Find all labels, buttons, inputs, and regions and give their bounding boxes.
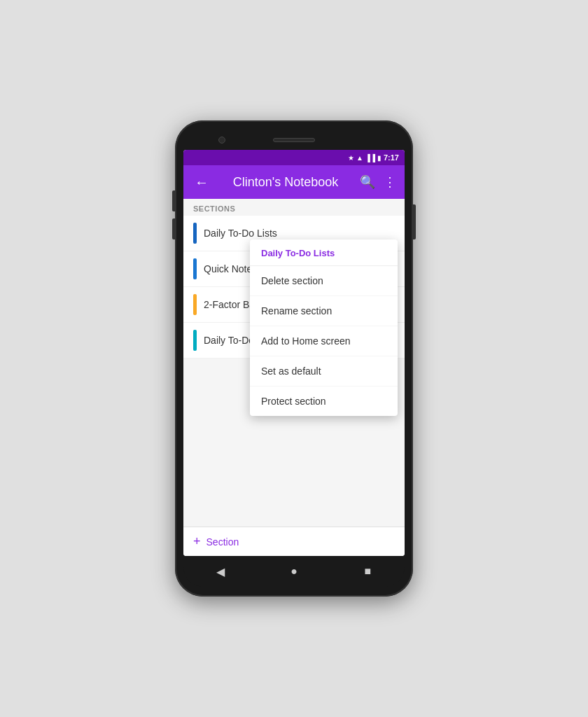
context-menu-rename[interactable]: Rename section — [250, 296, 398, 326]
app-bar-title: Clinton's Notebook — [217, 175, 354, 190]
app-bar: ← Clinton's Notebook 🔍 ⋮ — [183, 165, 405, 199]
phone-speaker — [273, 138, 315, 142]
battery-icon: ▮ — [377, 154, 382, 162]
section-color-1 — [193, 223, 197, 244]
volume-down-button — [172, 218, 175, 239]
sections-label: SECTIONS — [183, 199, 405, 216]
phone-device: ★ ▲ ▐▐ ▮ 7:17 ← Clinton's Notebook 🔍 ⋮ S… — [175, 120, 413, 597]
nav-back-button[interactable]: ◀ — [209, 560, 232, 583]
section-color-2 — [193, 258, 197, 279]
bluetooth-icon: ★ — [348, 154, 354, 162]
signal-icon: ▐▐ — [365, 154, 375, 162]
section-name-1: Daily To-Do Lists — [204, 228, 277, 239]
phone-camera — [218, 137, 225, 144]
wifi-icon: ▲ — [356, 154, 363, 162]
status-bar: ★ ▲ ▐▐ ▮ 7:17 — [183, 150, 405, 165]
section-color-4 — [193, 330, 197, 351]
status-time: 7:17 — [384, 153, 399, 162]
status-icons: ★ ▲ ▐▐ ▮ 7:17 — [348, 153, 399, 162]
search-icon[interactable]: 🔍 — [360, 174, 375, 190]
context-menu-set-default[interactable]: Set as default — [250, 356, 398, 387]
power-button — [413, 204, 416, 239]
context-menu-delete[interactable]: Delete section — [250, 266, 398, 296]
context-menu-protect[interactable]: Protect section — [250, 387, 398, 416]
more-options-icon[interactable]: ⋮ — [384, 174, 396, 190]
content-area: SECTIONS Daily To-Do Lists Quick Notes 2… — [183, 199, 405, 527]
context-menu: Daily To-Do Lists Delete section Rename … — [250, 239, 398, 416]
add-section-plus-icon: + — [193, 534, 201, 549]
add-section-label: Section — [206, 536, 239, 548]
add-section-bar[interactable]: + Section — [183, 527, 405, 556]
phone-nav-bar: ◀ ● ■ — [183, 556, 405, 587]
phone-screen: ★ ▲ ▐▐ ▮ 7:17 ← Clinton's Notebook 🔍 ⋮ S… — [183, 150, 405, 556]
nav-recent-button[interactable]: ■ — [356, 560, 379, 583]
volume-up-button — [172, 190, 175, 211]
nav-home-button[interactable]: ● — [283, 560, 305, 583]
context-menu-add-home[interactable]: Add to Home screen — [250, 326, 398, 356]
back-button[interactable]: ← — [192, 174, 211, 190]
section-color-3 — [193, 294, 197, 315]
app-bar-icons: 🔍 ⋮ — [360, 174, 396, 190]
context-menu-header: Daily To-Do Lists — [250, 239, 398, 266]
phone-top-bar — [183, 130, 405, 150]
section-name-2: Quick Notes — [204, 263, 257, 274]
